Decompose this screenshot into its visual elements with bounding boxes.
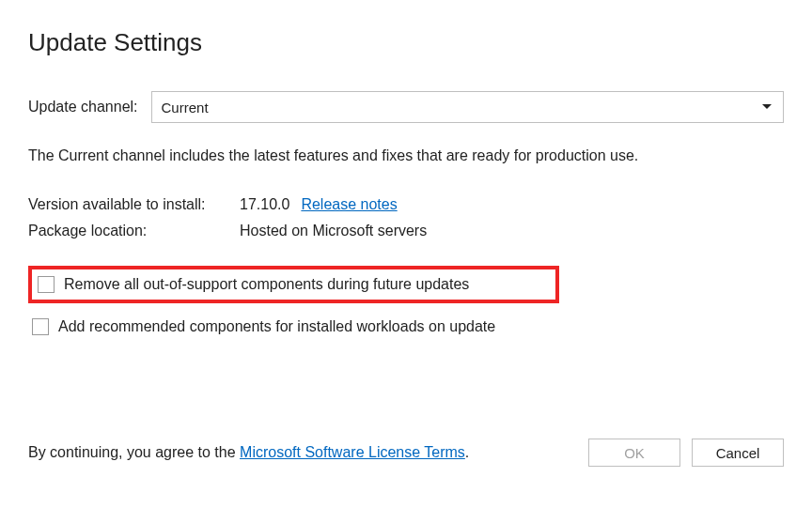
add-recommended-label: Add recommended components for installed… bbox=[58, 318, 495, 335]
release-notes-link[interactable]: Release notes bbox=[301, 196, 397, 213]
remove-components-highlight: Remove all out-of-support components dur… bbox=[28, 266, 559, 303]
update-channel-select[interactable]: Current bbox=[151, 91, 784, 123]
license-agreement-text: By continuing, you agree to the Microsof… bbox=[28, 444, 469, 461]
channel-description: The Current channel includes the latest … bbox=[28, 147, 784, 164]
package-row: Package location: Hosted on Microsoft se… bbox=[28, 223, 784, 239]
package-value: Hosted on Microsoft servers bbox=[240, 223, 427, 239]
package-label: Package location: bbox=[28, 223, 240, 239]
update-channel-label: Update channel: bbox=[28, 99, 138, 115]
page-title: Update Settings bbox=[28, 28, 784, 57]
add-recommended-checkbox[interactable] bbox=[32, 318, 49, 335]
ok-button[interactable]: OK bbox=[588, 439, 680, 467]
update-channel-value: Current bbox=[162, 100, 209, 115]
update-channel-row: Update channel: Current bbox=[28, 91, 784, 123]
remove-components-checkbox[interactable] bbox=[38, 276, 55, 293]
remove-components-label: Remove all out-of-support components dur… bbox=[64, 276, 469, 293]
cancel-button[interactable]: Cancel bbox=[692, 439, 784, 467]
chevron-down-icon bbox=[762, 104, 772, 110]
version-row: Version available to install: 17.10.0 Re… bbox=[28, 196, 784, 213]
version-label: Version available to install: bbox=[28, 196, 240, 213]
version-value: 17.10.0 bbox=[240, 196, 289, 213]
license-terms-link[interactable]: Microsoft Software License Terms bbox=[240, 444, 465, 460]
